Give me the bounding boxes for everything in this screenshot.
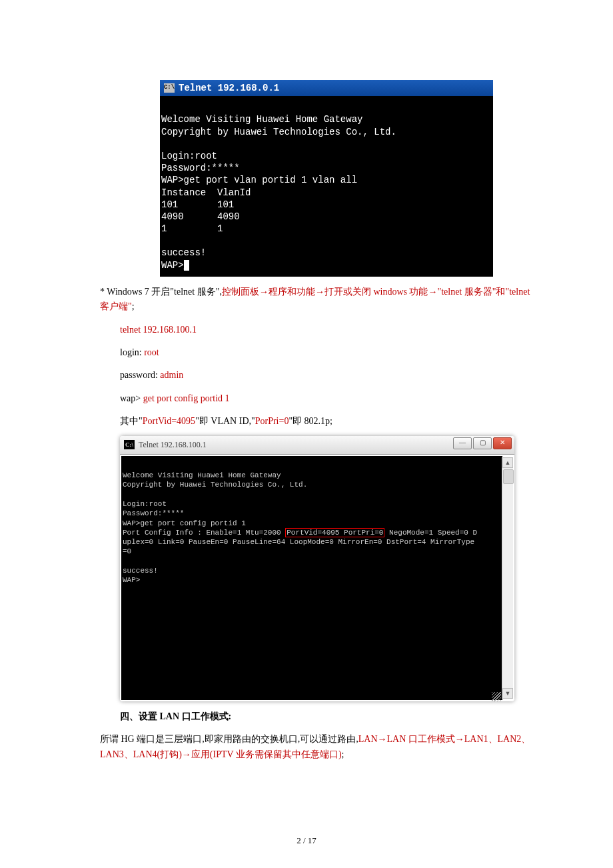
terminal-2-titlebar: C:\ Telnet 192.168.100.1 — ▢ ✕ bbox=[120, 436, 514, 455]
p1-suffix: ; bbox=[132, 301, 135, 311]
scrollbar[interactable]: ▲ ▼ bbox=[502, 457, 513, 699]
t2-cmd: WAP>get port config portid 1 bbox=[123, 519, 246, 527]
t1-r2: 4090 4090 bbox=[161, 211, 240, 222]
t2-welcome: Welcome Visiting Huawei Home Gateway bbox=[123, 471, 281, 479]
t1-prompt: WAP> bbox=[161, 260, 184, 271]
t1-cmd: WAP>get port vlan portid 1 vlan all bbox=[161, 175, 357, 185]
password-label: password: bbox=[120, 370, 160, 380]
maximize-button[interactable]: ▢ bbox=[473, 437, 492, 449]
login-value: root bbox=[144, 347, 159, 357]
t2-prompt: WAP> bbox=[123, 576, 140, 584]
section-4-heading: 四、设置 LAN 口工作模式: bbox=[120, 709, 533, 724]
paragraph-win7-telnet: * Windows 7 开启"telnet 服务",控制面板→程序和功能→打开或… bbox=[100, 285, 533, 315]
t2-success: success! bbox=[123, 567, 158, 575]
wap-label: wap> bbox=[120, 393, 143, 403]
t2-info-post: NegoMode=1 Speed=0 D bbox=[384, 529, 477, 537]
resize-grip-icon[interactable] bbox=[492, 692, 501, 701]
t2-info2: uplex=0 Link=0 PauseEn=0 PauseLine=64 Lo… bbox=[123, 538, 474, 546]
t2-login: Login:root bbox=[123, 500, 167, 508]
s4-suffix: ; bbox=[342, 749, 344, 759]
terminal-2-body: Welcome Visiting Huawei Home Gateway Cop… bbox=[121, 456, 502, 700]
p1-prefix: * Windows 7 开启"telnet 服务", bbox=[100, 287, 222, 297]
t1-header: Instance VlanId bbox=[161, 187, 251, 198]
terminal-1-titlebar: C:\ Telnet 192.168.0.1 bbox=[160, 80, 493, 96]
t2-info-box: PortVid=4095 PortPri=0 bbox=[285, 528, 384, 537]
scroll-up-arrow-icon[interactable]: ▲ bbox=[502, 457, 513, 468]
window-buttons: — ▢ ✕ bbox=[453, 437, 512, 449]
t2-info-pre: Port Config Info : Enable=1 Mtu=2000 bbox=[123, 529, 285, 537]
t1-password: Password:***** bbox=[161, 163, 240, 173]
terminal-window-1: C:\ Telnet 192.168.0.1 Welcome Visiting … bbox=[160, 80, 493, 277]
ex-mid2: "即 802.1p; bbox=[289, 416, 332, 426]
password-value: admin bbox=[160, 370, 183, 380]
cmd-icon: C:\ bbox=[164, 83, 175, 93]
terminal-window-2: C:\ Telnet 192.168.100.1 — ▢ ✕ Welcome V… bbox=[120, 436, 514, 701]
login-label: login: bbox=[120, 347, 144, 357]
wap-value: get port config portid 1 bbox=[143, 393, 230, 403]
cmd-icon: C:\ bbox=[124, 440, 135, 449]
explain-line: 其中"PortVid=4095"即 VLAN ID,"PorPri=0"即 80… bbox=[120, 414, 533, 429]
section-4-paragraph: 所谓 HG 端口是三层端口,即家用路由的交换机口,可以通过路由,LAN→LAN … bbox=[100, 732, 533, 762]
telnet-command-line: telnet 192.168.100.1 bbox=[120, 323, 533, 337]
ex-k2: PorPri=0 bbox=[255, 416, 289, 426]
t2-password: Password:***** bbox=[123, 509, 184, 517]
t2-info3: =0 bbox=[123, 547, 131, 555]
t1-r1: 101 101 bbox=[161, 199, 234, 210]
ex-prefix: 其中" bbox=[120, 416, 143, 426]
ex-mid1: "即 VLAN ID," bbox=[195, 416, 255, 426]
wap-line: wap> get port config portid 1 bbox=[120, 391, 533, 406]
t1-r3: 1 1 bbox=[161, 223, 223, 234]
login-line: login: root bbox=[120, 345, 533, 360]
s4-pre: 所谓 HG 端口是三层端口,即家用路由的交换机口,可以通过路由, bbox=[100, 734, 358, 744]
minimize-button[interactable]: — bbox=[453, 437, 472, 449]
close-button[interactable]: ✕ bbox=[493, 437, 512, 449]
t1-welcome: Welcome Visiting Huawei Home Gateway bbox=[161, 114, 362, 125]
ex-k1: PortVid=4095 bbox=[143, 416, 195, 426]
t1-success: success! bbox=[161, 247, 206, 258]
terminal-2-title: Telnet 192.168.100.1 bbox=[139, 439, 207, 451]
password-line: password: admin bbox=[120, 368, 533, 383]
t1-login: Login:root bbox=[161, 151, 217, 161]
terminal-1-title: Telnet 192.168.0.1 bbox=[179, 82, 279, 94]
terminal-1-body: Welcome Visiting Huawei Home Gateway Cop… bbox=[160, 96, 493, 277]
scroll-down-arrow-icon[interactable]: ▼ bbox=[502, 688, 513, 699]
t2-copyright: Copyright by Huawei Technologies Co., Lt… bbox=[123, 481, 307, 489]
telnet-cmd: telnet bbox=[120, 325, 143, 335]
page-number: 2 / 17 bbox=[0, 834, 613, 848]
telnet-ip: 192.168.100.1 bbox=[143, 325, 197, 335]
t1-copyright: Copyright by Huawei Technologies Co., Lt… bbox=[161, 127, 396, 137]
scroll-thumb[interactable] bbox=[503, 469, 514, 484]
